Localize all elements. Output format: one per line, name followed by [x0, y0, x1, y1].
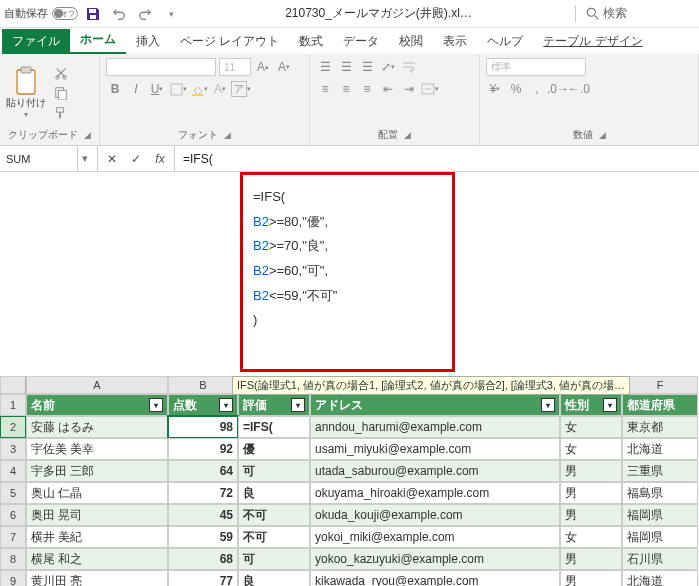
increase-indent-icon[interactable]: ⇥ — [400, 80, 418, 98]
tab-data[interactable]: データ — [333, 29, 389, 54]
switch-off-icon[interactable] — [52, 7, 78, 20]
cell[interactable]: 59 — [168, 526, 238, 548]
filter-icon[interactable]: ▾ — [541, 398, 555, 412]
cell[interactable]: 不可 — [238, 504, 310, 526]
cell[interactable]: 福岡県 — [622, 526, 698, 548]
cell[interactable]: 68 — [168, 548, 238, 570]
phonetic-icon[interactable]: ア▾ — [232, 80, 250, 98]
row-header[interactable]: 6 — [0, 504, 26, 526]
cell[interactable]: utada_saburou@example.com — [310, 460, 560, 482]
wrap-text-icon[interactable] — [400, 58, 418, 76]
font-name-select[interactable] — [106, 58, 216, 76]
align-center-icon[interactable]: ≡ — [337, 80, 355, 98]
cell[interactable]: 横尾 和之 — [26, 548, 168, 570]
dialog-launcher-icon[interactable]: ◢ — [404, 130, 411, 140]
align-right-icon[interactable]: ≡ — [358, 80, 376, 98]
search-box[interactable]: 検索 — [575, 5, 695, 22]
underline-button[interactable]: U ▾ — [148, 80, 166, 98]
cut-icon[interactable] — [52, 64, 70, 82]
tab-page-layout[interactable]: ページ レイアウト — [170, 29, 289, 54]
header-cell[interactable]: 都道府県 — [622, 394, 698, 416]
filter-icon[interactable]: ▾ — [149, 398, 163, 412]
cell[interactable]: 三重県 — [622, 460, 698, 482]
name-box[interactable]: SUM ▾ — [0, 146, 98, 171]
cell[interactable]: 安藤 はるみ — [26, 416, 168, 438]
font-size-select[interactable]: 11 — [219, 58, 251, 76]
cell[interactable]: 男 — [560, 570, 622, 586]
cell[interactable]: 98 — [168, 416, 238, 438]
cell[interactable]: 横井 美紀 — [26, 526, 168, 548]
increase-font-icon[interactable]: A▴ — [254, 58, 272, 76]
undo-icon[interactable] — [108, 3, 130, 25]
cell[interactable]: 92 — [168, 438, 238, 460]
dialog-launcher-icon[interactable]: ◢ — [599, 130, 606, 140]
decrease-decimal-icon[interactable]: ←.0 — [570, 80, 588, 98]
dialog-launcher-icon[interactable]: ◢ — [84, 130, 91, 140]
cell[interactable]: 黄川田 亮 — [26, 570, 168, 586]
row-header[interactable]: 2 — [0, 416, 26, 438]
fx-icon[interactable]: fx — [150, 149, 170, 169]
align-top-icon[interactable]: ☰ — [316, 58, 334, 76]
redo-icon[interactable] — [134, 3, 156, 25]
header-cell[interactable]: 評価▾ — [238, 394, 310, 416]
cell[interactable]: 女 — [560, 438, 622, 460]
cell[interactable]: 女 — [560, 526, 622, 548]
dialog-launcher-icon[interactable]: ◢ — [224, 130, 231, 140]
cell[interactable]: 福岡県 — [622, 504, 698, 526]
cell[interactable]: 北海道 — [622, 438, 698, 460]
tab-insert[interactable]: 挿入 — [126, 29, 170, 54]
chevron-down-icon[interactable]: ▾ — [77, 146, 91, 171]
row-header[interactable]: 3 — [0, 438, 26, 460]
cell[interactable]: yokoo_kazuyuki@example.com — [310, 548, 560, 570]
copy-icon[interactable] — [52, 84, 70, 102]
cell[interactable]: 45 — [168, 504, 238, 526]
filter-icon[interactable]: ▾ — [603, 398, 617, 412]
accounting-format-icon[interactable]: ¥▾ — [486, 80, 504, 98]
tab-review[interactable]: 校閲 — [389, 29, 433, 54]
row-header[interactable]: 4 — [0, 460, 26, 482]
cell[interactable]: 72 — [168, 482, 238, 504]
cell[interactable]: okuda_kouji@example.com — [310, 504, 560, 526]
cell[interactable]: 優 — [238, 438, 310, 460]
cell[interactable]: 東京都 — [622, 416, 698, 438]
cell[interactable]: 男 — [560, 548, 622, 570]
cell[interactable]: 不可 — [238, 526, 310, 548]
row-header[interactable]: 5 — [0, 482, 26, 504]
cell[interactable]: 男 — [560, 504, 622, 526]
cell[interactable]: 宇多田 三郎 — [26, 460, 168, 482]
tab-table-design[interactable]: テーブル デザイン — [533, 29, 652, 54]
cell[interactable]: 女 — [560, 416, 622, 438]
cell[interactable]: 77 — [168, 570, 238, 586]
cell[interactable]: 福島県 — [622, 482, 698, 504]
cell[interactable]: 男 — [560, 460, 622, 482]
decrease-indent-icon[interactable]: ⇤ — [379, 80, 397, 98]
paste-button[interactable]: 貼り付け ▾ — [6, 66, 46, 119]
cell[interactable]: anndou_harumi@example.com — [310, 416, 560, 438]
tab-file[interactable]: ファイル — [2, 29, 70, 54]
qat-dropdown-icon[interactable]: ▾ — [160, 3, 182, 25]
decrease-font-icon[interactable]: A▾ — [275, 58, 293, 76]
cell[interactable]: 良 — [238, 482, 310, 504]
tab-home[interactable]: ホーム — [70, 27, 126, 54]
cell[interactable]: yokoi_miki@example.com — [310, 526, 560, 548]
border-icon[interactable]: ▾ — [169, 80, 187, 98]
merge-center-icon[interactable]: ▾ — [421, 80, 439, 98]
cell[interactable]: 良 — [238, 570, 310, 586]
row-header[interactable]: 8 — [0, 548, 26, 570]
filter-icon[interactable]: ▾ — [291, 398, 305, 412]
cell[interactable]: 可 — [238, 460, 310, 482]
cell[interactable]: 奥山 仁晶 — [26, 482, 168, 504]
percent-format-icon[interactable]: % — [507, 80, 525, 98]
cancel-formula-icon[interactable]: ✕ — [102, 149, 122, 169]
bold-button[interactable]: B — [106, 80, 124, 98]
align-left-icon[interactable]: ≡ — [316, 80, 334, 98]
cell[interactable]: kikawada_ryou@example.com — [310, 570, 560, 586]
cell[interactable]: 男 — [560, 482, 622, 504]
cell[interactable]: =IFS( — [238, 416, 310, 438]
row-header[interactable]: 1 — [0, 394, 26, 416]
cell[interactable]: 64 — [168, 460, 238, 482]
align-bottom-icon[interactable]: ☰ — [358, 58, 376, 76]
tab-view[interactable]: 表示 — [433, 29, 477, 54]
autosave-toggle[interactable]: 自動保存 — [4, 6, 78, 21]
col-header-B[interactable]: B — [168, 376, 238, 394]
